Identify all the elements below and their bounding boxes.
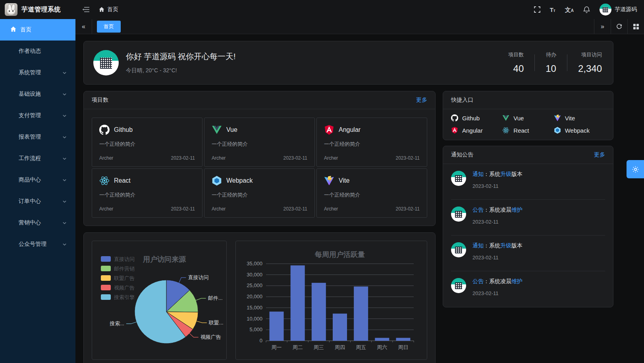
notice-item[interactable]: 公告：系统凌晨维护 2023-02-11 — [451, 200, 605, 236]
bell-icon[interactable] — [583, 6, 590, 13]
shortcut-label: Vite — [565, 115, 575, 122]
notice-title: 通知：系统升级版本 — [472, 171, 523, 178]
project-author: Archer — [212, 206, 226, 212]
project-date: 2023-02-11 — [171, 155, 195, 161]
sidebar-item-报表管理[interactable]: 报表管理 — [0, 126, 75, 148]
notice-item[interactable]: 公告：系统凌晨维护 2023-02-11 — [451, 271, 605, 307]
tab-home[interactable]: 首页 — [97, 21, 121, 33]
project-card-Vite[interactable]: Vite 一个正经的简介 Archer 2023-02-11 — [316, 168, 427, 218]
project-author: Archer — [99, 206, 113, 212]
locale-icon[interactable]: 文A — [565, 7, 574, 13]
project-description: 一个正经的简介 — [212, 141, 307, 148]
notice-item[interactable]: 通知：系统升级版本 2023-02-11 — [451, 236, 605, 271]
project-name: Webpack — [226, 177, 253, 184]
sidebar-item-订单中心[interactable]: 订单中心 — [0, 191, 75, 212]
projects-panel: 项目数 更多 Github 一个正经的简介 Archer 2023-02-11 … — [83, 91, 436, 226]
shortcut-Angular[interactable]: Angular — [451, 127, 502, 134]
tabs-menu-button[interactable] — [627, 19, 644, 34]
svg-text:视频广告: 视频广告 — [114, 285, 135, 291]
sidebar-item-label: 订单中心 — [19, 198, 41, 205]
project-card-Vue[interactable]: Vue 一个正经的简介 Archer 2023-02-11 — [204, 118, 315, 167]
tabs-scroll-right-button[interactable]: » — [594, 19, 611, 34]
sidebar-item-label: 商品中心 — [19, 176, 41, 183]
project-card-React[interactable]: React 一个正经的简介 Archer 2023-02-11 — [92, 168, 202, 218]
sidebar-item-home[interactable]: 首页 — [0, 19, 75, 41]
shortcut-Github[interactable]: Github — [451, 114, 502, 122]
fullscreen-icon[interactable] — [534, 6, 540, 13]
notice-title: 通知：系统升级版本 — [472, 242, 523, 249]
notice-title: 公告：系统凌晨维护 — [472, 207, 523, 214]
notice-avatar — [451, 242, 466, 257]
svg-text:0: 0 — [260, 338, 262, 344]
sidebar-item-工作流程[interactable]: 工作流程 — [0, 148, 75, 169]
project-card-Webpack[interactable]: Webpack 一个正经的简介 Archer 2023-02-11 — [204, 168, 315, 218]
svg-text:直接访问: 直接访问 — [188, 274, 209, 280]
welcome-stats: 项目数 40待办 10项目访问 2,340 — [497, 51, 602, 74]
svg-text:用户访问来源: 用户访问来源 — [143, 255, 186, 263]
project-description: 一个正经的简介 — [324, 141, 420, 148]
bar-chart-card: 每周用户活跃量05,00010,00015,00020,00025,00030,… — [235, 241, 427, 360]
svg-text:搜索...: 搜索... — [109, 321, 124, 326]
user-name: 芋道源码 — [615, 6, 637, 13]
project-card-Github[interactable]: Github 一个正经的简介 Archer 2023-02-11 — [92, 118, 202, 167]
refresh-tab-button[interactable] — [611, 19, 627, 34]
weekly-activity-bar-chart: 每周用户活跃量05,00010,00015,00020,00025,00030,… — [236, 241, 427, 360]
notice-date: 2023-02-11 — [472, 290, 523, 296]
notice-date: 2023-02-11 — [472, 183, 523, 189]
welcome-panel: 你好 芋道源码 祝你开心每一天! 今日晴, 20°C - 32°C! 项目数 4… — [83, 41, 613, 85]
shortcut-React[interactable]: React — [502, 127, 553, 134]
settings-gear-button[interactable] — [627, 160, 644, 178]
sidebar: 首页 作者动态系统管理基础设施支付管理报表管理工作流程商品中心订单中心营销中心公… — [0, 19, 75, 363]
svg-text:周五: 周五 — [356, 344, 366, 350]
chevron-down-icon — [62, 199, 67, 204]
vite-icon — [324, 176, 334, 186]
tabs-scroll-left-button[interactable]: « — [75, 19, 92, 34]
top-header: 芋道管理系统 首页 Tт 文A 芋道源码 — [0, 0, 644, 19]
webpack-icon — [212, 176, 222, 186]
breadcrumb[interactable]: 首页 — [99, 6, 118, 13]
stat-项目访问: 项目访问 2,340 — [567, 51, 602, 74]
font-size-icon[interactable]: Tт — [550, 7, 555, 13]
notices-more-link[interactable]: 更多 — [594, 151, 605, 158]
shortcut-Webpack[interactable]: Webpack — [554, 127, 605, 134]
header-actions: Tт 文A 芋道源码 — [534, 4, 644, 15]
svg-text:周日: 周日 — [398, 344, 408, 350]
notice-date: 2023-02-11 — [472, 219, 523, 225]
vue-icon — [502, 114, 509, 122]
svg-text:30,000: 30,000 — [247, 272, 262, 278]
shortcut-Vite[interactable]: Vite — [554, 114, 605, 122]
project-date: 2023-02-11 — [171, 206, 195, 212]
notice-item[interactable]: 通知：系统升级版本 2023-02-11 — [451, 164, 605, 200]
logo-image — [5, 3, 17, 16]
vue-icon — [212, 125, 222, 135]
notice-title: 公告：系统凌晨维护 — [472, 278, 523, 285]
sidebar-item-商品中心[interactable]: 商品中心 — [0, 169, 75, 191]
shortcut-label: Webpack — [565, 127, 590, 134]
sidebar-item-label: 工作流程 — [19, 155, 41, 162]
sidebar-item-label: 作者动态 — [19, 48, 41, 55]
project-card-Angular[interactable]: Angular 一个正经的简介 Archer 2023-02-11 — [316, 118, 427, 167]
menu-fold-icon[interactable] — [83, 7, 89, 12]
sidebar-item-系统管理[interactable]: 系统管理 — [0, 62, 75, 83]
svg-text:5,000: 5,000 — [249, 326, 262, 332]
breadcrumb-label: 首页 — [107, 6, 118, 13]
chevron-down-icon — [62, 71, 67, 75]
app-root: 芋道管理系统 首页 Tт 文A 芋道源码 — [0, 0, 644, 363]
project-name: React — [114, 177, 131, 184]
svg-text:25,000: 25,000 — [247, 282, 262, 288]
project-date: 2023-02-11 — [283, 155, 308, 161]
projects-more-link[interactable]: 更多 — [416, 97, 427, 104]
project-name: Github — [114, 126, 133, 133]
project-date: 2023-02-11 — [396, 155, 420, 161]
svg-text:邮件营销: 邮件营销 — [114, 266, 135, 272]
user-menu[interactable]: 芋道源码 — [600, 4, 637, 15]
sidebar-item-基础设施[interactable]: 基础设施 — [0, 83, 75, 105]
notices-panel: 通知公告 更多 通知：系统升级版本 2023-02-11 公告：系统凌晨维护 2… — [443, 146, 613, 307]
sidebar-item-作者动态[interactable]: 作者动态 — [0, 41, 75, 62]
sidebar-item-营销中心[interactable]: 营销中心 — [0, 212, 75, 234]
logo[interactable]: 芋道管理系统 — [0, 3, 75, 16]
sidebar-item-支付管理[interactable]: 支付管理 — [0, 105, 75, 126]
sidebar-item-公众号管理[interactable]: 公众号管理 — [0, 234, 75, 255]
sidebar-item-label: 支付管理 — [19, 112, 41, 119]
shortcut-Vue[interactable]: Vue — [502, 114, 553, 122]
